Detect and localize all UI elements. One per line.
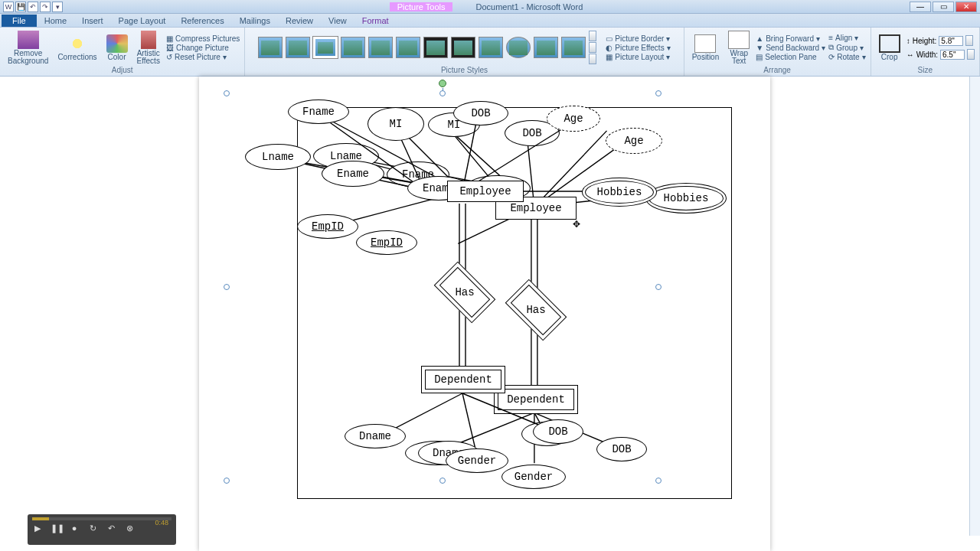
rotate-button[interactable]: ⟳Rotate ▾ bbox=[828, 53, 865, 61]
style-thumb-10[interactable] bbox=[506, 37, 531, 58]
tab-review[interactable]: Review bbox=[278, 15, 321, 27]
artistic-effects-button[interactable]: Artistic Effects bbox=[134, 30, 163, 66]
group-label-styles: Picture Styles bbox=[441, 66, 488, 74]
pause-button[interactable]: ❚❚ bbox=[51, 523, 61, 534]
group-picture-styles: ▭Picture Border ▾ ◐Picture Effects ▾ ▦Pi… bbox=[245, 28, 684, 76]
handle-e[interactable] bbox=[655, 284, 662, 290]
rewind-button[interactable]: ↶ bbox=[106, 523, 116, 534]
style-thumb-7[interactable] bbox=[423, 37, 448, 58]
tab-file[interactable]: File bbox=[2, 15, 37, 27]
page[interactable]: MI DOB Age Lname Fname Ename Hobbies Emp… bbox=[199, 77, 770, 551]
bring-forward-button[interactable]: ▲Bring Forward ▾ bbox=[756, 34, 825, 43]
compress-pictures-button[interactable]: ▦Compress Pictures bbox=[166, 34, 240, 43]
stop-button[interactable]: ⊗ bbox=[124, 523, 135, 534]
handle-ne[interactable] bbox=[655, 90, 662, 96]
reset-picture-button[interactable]: ↺Reset Picture ▾ bbox=[166, 53, 240, 61]
style-thumb-12[interactable] bbox=[561, 37, 586, 58]
reset-dropdown-icon[interactable]: ▾ bbox=[223, 53, 227, 61]
playback-track[interactable] bbox=[32, 517, 172, 520]
word-icon[interactable]: W bbox=[3, 2, 14, 12]
wrap-text-button[interactable]: Wrap Text bbox=[725, 30, 753, 66]
picture-border-button[interactable]: ▭Picture Border ▾ bbox=[606, 34, 670, 43]
move-cursor-icon: ✥ bbox=[573, 219, 580, 230]
group-label-adjust: Adjust bbox=[112, 66, 133, 74]
qat-more-icon[interactable]: ▾ bbox=[52, 2, 63, 12]
styles-scroll-down[interactable] bbox=[589, 42, 596, 53]
rotate-handle[interactable] bbox=[439, 80, 446, 87]
handle-s[interactable] bbox=[439, 478, 446, 484]
group-label-arrange: Arrange bbox=[763, 66, 791, 74]
undo-icon[interactable]: ↶ bbox=[28, 2, 38, 12]
handle-se[interactable] bbox=[655, 478, 662, 484]
remove-background-button[interactable]: Remove Background bbox=[5, 30, 51, 66]
styles-scroll-up[interactable] bbox=[589, 31, 596, 41]
style-thumb-2[interactable] bbox=[286, 37, 310, 58]
sel-pane-icon: ▤ bbox=[756, 53, 763, 61]
color-icon bbox=[106, 34, 128, 53]
corrections-button[interactable]: Corrections bbox=[54, 34, 100, 62]
group-label-size: Size bbox=[918, 66, 933, 74]
wrap-icon bbox=[728, 31, 750, 49]
bring-fwd-icon: ▲ bbox=[756, 34, 763, 43]
maximize-button[interactable]: ▭ bbox=[933, 2, 954, 12]
style-thumb-5[interactable] bbox=[368, 37, 393, 58]
width-icon: ↔ bbox=[906, 51, 914, 59]
picture-effects-button[interactable]: ◐Picture Effects ▾ bbox=[606, 44, 670, 52]
height-input[interactable] bbox=[939, 36, 963, 46]
tab-view[interactable]: View bbox=[321, 15, 354, 27]
styles-more-button[interactable] bbox=[589, 54, 596, 64]
position-button[interactable]: Position bbox=[689, 34, 723, 62]
color-button[interactable]: Color bbox=[103, 34, 131, 62]
group-icon: ⧉ bbox=[828, 43, 834, 52]
picture-selection[interactable] bbox=[227, 93, 658, 481]
handle-sw[interactable] bbox=[224, 478, 230, 484]
crop-button[interactable]: Crop bbox=[876, 34, 903, 62]
close-button[interactable]: ✕ bbox=[956, 2, 977, 12]
style-thumb-1[interactable] bbox=[258, 37, 283, 58]
selection-pane-button[interactable]: ▤Selection Pane bbox=[756, 53, 825, 61]
width-spinner[interactable] bbox=[967, 49, 975, 60]
style-thumb-3[interactable] bbox=[313, 37, 338, 58]
width-label: Width: bbox=[916, 51, 938, 59]
group-button[interactable]: ⧉Group ▾ bbox=[828, 43, 865, 52]
vertical-scrollbar[interactable] bbox=[969, 77, 980, 536]
tab-home[interactable]: Home bbox=[37, 15, 74, 27]
align-button[interactable]: ≡Align ▾ bbox=[828, 34, 865, 42]
height-spinner[interactable] bbox=[965, 35, 973, 46]
tab-references[interactable]: References bbox=[173, 15, 231, 27]
style-thumb-9[interactable] bbox=[479, 37, 503, 58]
dropdown-icon: ▾ bbox=[666, 34, 670, 43]
group-adjust: Remove Background Corrections Color Arti… bbox=[0, 28, 245, 76]
handle-n[interactable] bbox=[439, 90, 446, 96]
tab-mailings[interactable]: Mailings bbox=[232, 15, 278, 27]
artistic-icon bbox=[141, 31, 156, 49]
style-thumb-11[interactable] bbox=[534, 37, 558, 58]
tab-format[interactable]: Format bbox=[354, 15, 397, 27]
redo-icon[interactable]: ↷ bbox=[40, 2, 51, 12]
save-icon[interactable]: 💾 bbox=[15, 2, 26, 12]
style-thumb-4[interactable] bbox=[341, 37, 365, 58]
remove-bg-icon bbox=[18, 31, 39, 49]
picture-layout-button[interactable]: ▦Picture Layout ▾ bbox=[606, 53, 670, 61]
width-input[interactable] bbox=[940, 50, 965, 60]
mic-button[interactable]: ● bbox=[69, 523, 80, 534]
corrections-icon bbox=[68, 34, 87, 53]
minimize-button[interactable]: — bbox=[910, 2, 931, 12]
handle-w[interactable] bbox=[224, 284, 230, 290]
change-picture-button[interactable]: 🖼Change Picture bbox=[166, 44, 240, 52]
send-backward-button[interactable]: ▼Send Backward ▾ bbox=[756, 44, 825, 52]
dropdown-icon: ▾ bbox=[666, 53, 670, 61]
play-button[interactable]: ▶ bbox=[32, 523, 43, 534]
playback-time: 0:48 bbox=[155, 519, 168, 527]
playback-bar: 0:48 ▶ ❚❚ ● ↻ ↶ ⊗ bbox=[28, 514, 176, 545]
layout-icon: ▦ bbox=[606, 53, 612, 61]
style-thumb-8[interactable] bbox=[451, 37, 475, 58]
rotate-icon: ⟳ bbox=[828, 53, 835, 61]
tab-insert[interactable]: Insert bbox=[74, 15, 111, 27]
tab-page-layout[interactable]: Page Layout bbox=[111, 15, 174, 27]
height-icon: ↕ bbox=[906, 37, 910, 45]
loop-button[interactable]: ↻ bbox=[87, 523, 98, 534]
style-thumb-6[interactable] bbox=[396, 37, 420, 58]
handle-nw[interactable] bbox=[224, 90, 230, 96]
context-tab-header: Picture Tools bbox=[390, 2, 453, 11]
